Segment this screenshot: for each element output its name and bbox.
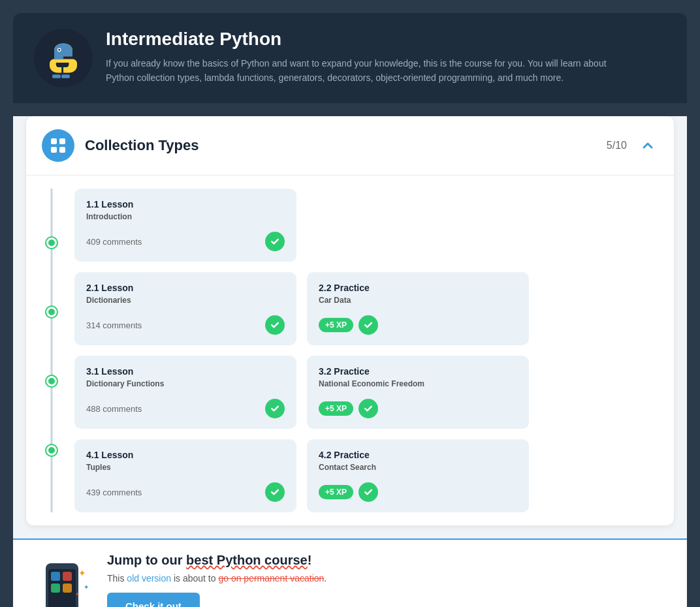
course-header: Intermediate Python If you already know …: [13, 13, 687, 103]
lesson-4-1-footer: 439 comments: [86, 482, 285, 502]
lesson-row-1: 1.1 Lesson Introduction 409 comments: [74, 189, 658, 262]
svg-rect-12: [63, 572, 72, 581]
lesson-card-3-1[interactable]: 3.1 Lesson Dictionary Functions 488 comm…: [74, 356, 296, 429]
svg-rect-7: [51, 147, 57, 153]
timeline-dot-2: [46, 307, 57, 317]
main-content: Collection Types 5/10: [13, 116, 687, 607]
practice-2-2-subtitle: Car Data: [319, 296, 517, 305]
svg-rect-6: [59, 138, 65, 144]
lesson-2-1-label: 2.1 Lesson: [86, 283, 285, 293]
svg-rect-8: [59, 147, 65, 153]
lesson-row-3: 3.1 Lesson Dictionary Functions 488 comm…: [74, 356, 658, 429]
lesson-card-4-1[interactable]: 4.1 Lesson Tuples 439 comments: [74, 439, 296, 512]
collapse-button[interactable]: [637, 135, 658, 156]
banner-illustration: ✦ ✦ ✦: [39, 560, 91, 607]
banner-body-start: This: [107, 573, 127, 584]
collection-icon: [42, 129, 74, 162]
check-icon: [270, 236, 280, 247]
lesson-3-1-label: 3.1 Lesson: [86, 366, 285, 377]
practice-4-2-actions: +5 XP: [319, 482, 378, 502]
banner-text-content: Jump to our best Python course! This old…: [107, 553, 326, 607]
timeline-dot-4: [46, 445, 57, 456]
lesson-1-1-subtitle: Introduction: [86, 212, 285, 221]
banner-old-version-link[interactable]: old version: [127, 573, 171, 584]
banner-body-strikethrough: go on permanent vacation: [218, 573, 324, 584]
lesson-4-1-subtitle: Tuples: [86, 463, 285, 472]
practice-4-2-footer: +5 XP: [319, 482, 517, 502]
practice-card-2-2[interactable]: 2.2 Practice Car Data +5 XP: [307, 272, 529, 345]
course-logo: [34, 29, 93, 87]
practice-4-2-subtitle: Contact Search: [319, 463, 517, 472]
svg-rect-11: [51, 572, 60, 581]
app-container: Intermediate Python If you already know …: [13, 13, 687, 607]
banner-body-end: .: [324, 573, 326, 584]
banner-heading-end: !: [308, 553, 312, 567]
phone-illustration: ✦ ✦ ✦: [39, 560, 91, 607]
grid-icon: [49, 136, 67, 155]
practice-3-2-subtitle: National Economic Freedom: [319, 379, 517, 388]
practice-2-2-label: 2.2 Practice: [319, 283, 517, 293]
timeline: [42, 189, 61, 512]
check-icon-3-2: [363, 403, 374, 414]
lesson-2-1-comments: 314 comments: [86, 320, 142, 330]
check-icon-2-2: [363, 320, 374, 330]
practice-3-2-actions: +5 XP: [319, 399, 378, 418]
practice-3-2-check: [358, 399, 378, 418]
svg-point-2: [58, 49, 60, 51]
lesson-1-1-comments: 409 comments: [86, 237, 142, 247]
lesson-1-1-check: [265, 232, 285, 251]
practice-card-3-2[interactable]: 3.2 Practice National Economic Freedom +…: [307, 356, 529, 429]
bottom-banner: ✦ ✦ ✦ Jump to our best Python course! Th…: [13, 538, 687, 607]
collection-header: Collection Types 5/10: [26, 116, 674, 176]
lesson-2-1-footer: 314 comments: [86, 315, 285, 335]
practice-2-2-xp: +5 XP: [319, 318, 353, 332]
practice-card-4-2[interactable]: 4.2 Practice Contact Search +5 XP: [307, 439, 529, 512]
check-icon-4-2: [363, 487, 374, 497]
collection-progress: 5/10: [607, 140, 627, 151]
banner-heading-highlight: best Python course: [186, 553, 308, 567]
lesson-3-1-comments: 488 comments: [86, 404, 142, 414]
banner-body: This old version is about to go on perma…: [107, 573, 326, 584]
lesson-card-1-1[interactable]: 1.1 Lesson Introduction 409 comments: [74, 189, 296, 262]
collection-title: Collection Types: [85, 137, 596, 154]
lesson-1-1-footer: 409 comments: [86, 232, 285, 251]
svg-text:✦: ✦: [84, 584, 89, 591]
timeline-dot-3: [46, 376, 57, 386]
practice-4-2-check: [358, 482, 378, 502]
check-it-out-button[interactable]: Check it out: [107, 593, 200, 607]
practice-3-2-xp: +5 XP: [319, 401, 353, 416]
check-icon-4-1: [270, 487, 280, 497]
lesson-1-1-label: 1.1 Lesson: [86, 199, 285, 210]
svg-rect-14: [63, 584, 72, 593]
timeline-dot-1: [46, 238, 57, 248]
header-text: Intermediate Python If you already know …: [106, 29, 615, 86]
svg-rect-13: [51, 584, 60, 593]
svg-rect-4: [61, 74, 70, 78]
course-description: If you already know the basics of Python…: [106, 56, 615, 86]
banner-body-middle: is about to: [171, 573, 218, 584]
practice-4-2-label: 4.2 Practice: [319, 450, 517, 460]
lesson-row-4: 4.1 Lesson Tuples 439 comments: [74, 439, 658, 512]
practice-4-2-xp: +5 XP: [319, 485, 353, 499]
banner-heading: Jump to our best Python course!: [107, 553, 326, 568]
lesson-2-1-subtitle: Dictionaries: [86, 296, 285, 305]
lesson-4-1-check: [265, 482, 285, 502]
banner-heading-start: Jump to our: [107, 553, 186, 567]
practice-2-2-footer: +5 XP: [319, 315, 517, 335]
lesson-3-1-check: [265, 399, 285, 418]
practice-2-2-actions: +5 XP: [319, 315, 378, 335]
course-title: Intermediate Python: [106, 29, 615, 50]
collection-section: Collection Types 5/10: [26, 116, 674, 525]
practice-3-2-footer: +5 XP: [319, 399, 517, 418]
practice-3-2-label: 3.2 Practice: [319, 366, 517, 377]
lessons-rows: 1.1 Lesson Introduction 409 comments: [74, 189, 658, 512]
lessons-container: 1.1 Lesson Introduction 409 comments: [26, 176, 674, 525]
check-icon-2-1: [270, 320, 280, 330]
lesson-card-2-1[interactable]: 2.1 Lesson Dictionaries 314 comments: [74, 272, 296, 345]
lesson-3-1-subtitle: Dictionary Functions: [86, 379, 285, 388]
check-icon-3-1: [270, 403, 280, 414]
svg-text:✦: ✦: [78, 568, 86, 578]
lesson-row-2: 2.1 Lesson Dictionaries 314 comments: [74, 272, 658, 345]
svg-rect-3: [52, 74, 61, 78]
practice-2-2-check: [358, 315, 378, 335]
